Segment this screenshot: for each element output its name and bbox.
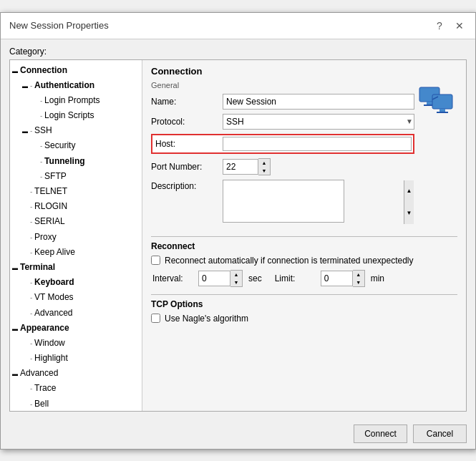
tree-label-connection: Connection: [20, 65, 67, 75]
tree-item-proxy[interactable]: - Proxy: [10, 230, 142, 245]
reconnect-checkbox-label: Reconnect automatically if connection is…: [165, 256, 414, 266]
tree-item-terminal[interactable]: ▬Terminal: [10, 260, 142, 275]
title-bar: New Session Properties ? ✕: [1, 13, 475, 39]
tree-label-security: Security: [44, 140, 75, 150]
reconnect-checkbox[interactable]: [151, 256, 160, 265]
tree-item-login-prompts[interactable]: - Login Prompts: [10, 93, 142, 108]
protocol-select[interactable]: SSH TELNET RLOGIN SERIAL: [223, 114, 414, 130]
host-row-inner: Host:: [151, 134, 414, 154]
tree-item-highlight[interactable]: - Highlight: [10, 351, 142, 366]
tree-label-bell: Bell: [34, 399, 49, 409]
limit-label: Limit:: [275, 273, 318, 283]
tree-label-login-prompts: Login Prompts: [44, 95, 99, 105]
nagle-checkbox[interactable]: [151, 314, 160, 323]
tree-label-sftp: SFTP: [44, 171, 67, 181]
tree-item-window[interactable]: - Window: [10, 336, 142, 351]
port-down-button[interactable]: ▼: [258, 167, 270, 175]
tree-item-keyboard[interactable]: - Keyboard: [10, 275, 142, 290]
port-up-button[interactable]: ▲: [258, 159, 270, 167]
interval-down-button[interactable]: ▼: [230, 278, 242, 286]
expander-appearance: ▬: [10, 325, 20, 334]
tree-label-login-scripts: Login Scripts: [44, 110, 94, 120]
desc-scroll-up[interactable]: ▲: [404, 180, 414, 203]
dialog-window: New Session Properties ? ✕ Category: ▬Co…: [0, 12, 476, 450]
port-label: Port Number:: [151, 162, 223, 172]
limit-down-button[interactable]: ▼: [353, 278, 364, 286]
tree-item-vt-modes[interactable]: - VT Modes: [10, 290, 142, 305]
help-button[interactable]: ?: [432, 19, 447, 33]
nagle-checkbox-label: Use Nagle's algorithm: [165, 314, 248, 324]
limit-unit: min: [371, 273, 384, 283]
interval-input[interactable]: [198, 271, 230, 286]
tree-label-appearance: Appearance: [20, 323, 69, 333]
tree-label-tunneling: Tunneling: [44, 156, 84, 166]
description-textarea[interactable]: [223, 180, 344, 223]
tree-item-rlogin[interactable]: - RLOGIN: [10, 199, 142, 214]
expander-connection: ▬: [10, 67, 20, 77]
port-row: Port Number: ▲ ▼: [151, 158, 414, 175]
tree-label-terminal: Terminal: [20, 262, 55, 272]
dialog-body: Category: ▬Connection▬- Authentication -…: [1, 39, 475, 419]
name-input[interactable]: [223, 94, 414, 110]
tree-label-window: Window: [34, 338, 65, 348]
network-icon-wrap: [414, 81, 457, 126]
tree-label-advanced: Advanced: [34, 308, 72, 318]
name-row: Name:: [151, 94, 414, 110]
tree-label-advanced2: Advanced: [20, 368, 58, 378]
tree-item-authentication[interactable]: ▬- Authentication: [10, 78, 142, 93]
interval-input-wrap: ▲ ▼: [198, 270, 243, 287]
tree-label-vt-modes: VT Modes: [34, 292, 73, 302]
name-label: Name:: [151, 97, 223, 107]
category-label: Category:: [9, 47, 467, 57]
tree-item-connection[interactable]: ▬Connection: [10, 63, 142, 78]
protocol-row: Protocol: SSH TELNET RLOGIN SERIAL ▼: [151, 114, 414, 130]
expander-authentication: ▬: [20, 82, 30, 92]
tree-item-sftp[interactable]: - SFTP: [10, 169, 142, 184]
tree-item-advanced2[interactable]: ▬Advanced: [10, 366, 142, 381]
cancel-button[interactable]: Cancel: [413, 424, 467, 443]
nagle-checkbox-row: Use Nagle's algorithm: [151, 314, 457, 324]
host-row: Host:: [151, 134, 414, 154]
tree-item-security[interactable]: - Security: [10, 138, 142, 153]
desc-scroll-down[interactable]: ▼: [404, 202, 414, 224]
description-label: Description:: [151, 181, 223, 191]
tree-label-proxy: Proxy: [34, 232, 57, 242]
host-label: Host:: [154, 139, 223, 149]
tree-item-trace[interactable]: - Trace: [10, 381, 142, 396]
tree-label-telnet: TELNET: [34, 186, 67, 196]
tree-item-appearance[interactable]: ▬Appearance: [10, 321, 142, 336]
tree-label-ssh: SSH: [34, 125, 52, 135]
connect-button[interactable]: Connect: [354, 424, 407, 443]
limit-spinner: ▲ ▼: [353, 270, 365, 287]
limit-input[interactable]: [321, 271, 353, 286]
tree-item-telnet[interactable]: - TELNET: [10, 184, 142, 199]
svg-rect-5: [437, 112, 448, 113]
tree-item-login-scripts[interactable]: - Login Scripts: [10, 108, 142, 123]
limit-up-button[interactable]: ▲: [353, 271, 364, 278]
port-input-wrap: ▲ ▼: [223, 158, 271, 175]
close-button[interactable]: ✕: [452, 19, 467, 33]
svg-rect-1: [427, 102, 432, 105]
host-input[interactable]: [223, 137, 412, 151]
protocol-select-wrap: SSH TELNET RLOGIN SERIAL ▼: [223, 114, 414, 130]
interval-label: Interval:: [152, 273, 195, 283]
tree-item-ssh[interactable]: ▬- SSH: [10, 123, 142, 138]
svg-rect-4: [439, 109, 445, 112]
reconnect-title: Reconnect: [151, 241, 457, 251]
tree-item-keep-alive[interactable]: - Keep Alive: [10, 245, 142, 260]
port-spinner: ▲ ▼: [258, 158, 271, 175]
tree-item-tunneling[interactable]: - Tunneling: [10, 154, 142, 169]
limit-input-wrap: ▲ ▼: [321, 270, 365, 287]
tcp-title: TCP Options: [151, 299, 457, 309]
tree-item-advanced[interactable]: - Advanced: [10, 306, 142, 321]
interval-row: Interval: ▲ ▼ sec Limit: ▲: [152, 270, 457, 287]
protocol-label: Protocol:: [151, 117, 223, 127]
expander-terminal: ▬: [10, 264, 20, 273]
tree-item-serial[interactable]: - SERIAL: [10, 214, 142, 229]
port-input[interactable]: [223, 159, 258, 175]
interval-up-button[interactable]: ▲: [230, 271, 242, 278]
reconnect-checkbox-row: Reconnect automatically if connection is…: [151, 256, 457, 266]
content-form: General Name: Protocol: SSH: [151, 81, 414, 232]
dialog-title: New Session Properties: [9, 20, 109, 31]
tree-item-bell[interactable]: - Bell: [10, 397, 142, 411]
